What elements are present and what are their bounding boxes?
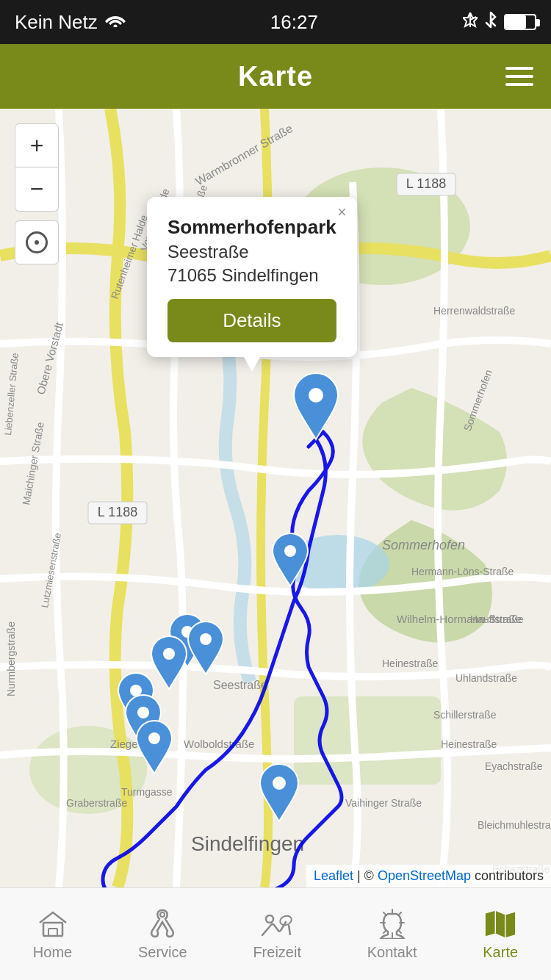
popup-street: Seestraße bbox=[168, 242, 336, 262]
status-left: Kein Netz bbox=[15, 11, 126, 34]
svg-text:Eyachstraße: Eyachstraße bbox=[485, 760, 543, 772]
svg-text:Sommerhofen: Sommerhofen bbox=[382, 538, 465, 552]
svg-point-42 bbox=[163, 648, 175, 660]
menu-button[interactable] bbox=[505, 67, 533, 86]
svg-text:Nurmbergstraße: Nurmbergstraße bbox=[5, 621, 17, 696]
map-container[interactable]: Warmbronner Straße Obere Vorstadt Rutenh… bbox=[0, 109, 551, 887]
svg-text:Herrenwaldstraße: Herrenwaldstraße bbox=[433, 305, 515, 317]
svg-text:Heinestraße: Heinestraße bbox=[441, 738, 497, 750]
tab-freizeit-label: Freizeit bbox=[253, 944, 301, 961]
svg-text:Turmgasse: Turmgasse bbox=[121, 786, 173, 798]
svg-point-0 bbox=[113, 25, 117, 28]
carrier-text: Kein Netz bbox=[15, 11, 98, 34]
svg-text:Hermann-Löns-Straße: Hermann-Löns-Straße bbox=[411, 566, 514, 577]
battery-icon bbox=[504, 14, 536, 30]
svg-point-43 bbox=[200, 633, 212, 645]
popup-title: Sommerhofenpark bbox=[168, 216, 336, 239]
popup-city: 71065 Sindelfingen bbox=[168, 265, 336, 286]
svg-text:Sindelfingen: Sindelfingen bbox=[191, 832, 304, 855]
kontakt-icon bbox=[376, 907, 408, 940]
map-attribution: Leaflet | © OpenStreetMap contributors bbox=[306, 865, 551, 887]
svg-text:Bleichmuhlestraße: Bleichmuhlestraße bbox=[478, 819, 551, 831]
svg-text:Graberstraße: Graberstraße bbox=[66, 797, 127, 809]
popup-close-button[interactable]: × bbox=[337, 204, 347, 220]
zoom-in-button[interactable]: + bbox=[15, 123, 59, 167]
svg-text:Vaihinger Straße: Vaihinger Straße bbox=[345, 797, 422, 809]
map-controls: + − bbox=[15, 123, 59, 264]
svg-point-52 bbox=[279, 915, 293, 927]
locate-button[interactable] bbox=[15, 220, 59, 264]
svg-text:L 1188: L 1188 bbox=[98, 505, 137, 519]
status-time: 16:27 bbox=[270, 11, 318, 34]
status-bar: Kein Netz 16:27 bbox=[0, 0, 551, 44]
bluetooth-icon bbox=[485, 11, 497, 34]
svg-text:Seestraße: Seestraße bbox=[213, 679, 267, 691]
nav-bar: Karte bbox=[0, 44, 551, 109]
svg-line-53 bbox=[289, 925, 290, 935]
tab-freizeit[interactable]: Freizeit bbox=[238, 900, 316, 968]
tab-bar: Home Service Freizeit bbox=[0, 887, 551, 980]
svg-point-51 bbox=[266, 915, 273, 923]
tab-kontakt[interactable]: Kontakt bbox=[353, 900, 432, 968]
service-icon bbox=[146, 907, 179, 940]
osm-link[interactable]: OpenStreetMap bbox=[378, 868, 471, 883]
svg-point-39 bbox=[309, 388, 323, 403]
tab-home-label: Home bbox=[33, 944, 72, 961]
tab-karte-label: Karte bbox=[483, 944, 518, 961]
zoom-out-button[interactable]: − bbox=[15, 167, 59, 212]
leaflet-link[interactable]: Leaflet bbox=[314, 868, 353, 883]
tab-karte[interactable]: Karte bbox=[468, 900, 533, 968]
svg-point-45 bbox=[137, 707, 149, 718]
svg-text:L 1188: L 1188 bbox=[406, 176, 446, 191]
popup-details-button[interactable]: Details bbox=[168, 299, 336, 342]
svg-text:Uhlandstraße: Uhlandstraße bbox=[455, 672, 517, 684]
attribution-separator: | © bbox=[353, 868, 378, 883]
svg-text:Hauffstraße: Hauffstraße bbox=[470, 613, 524, 625]
status-right bbox=[463, 11, 536, 34]
tab-service-label: Service bbox=[138, 944, 187, 961]
tab-service[interactable]: Service bbox=[123, 900, 202, 968]
tab-kontakt-label: Kontakt bbox=[367, 944, 417, 961]
locate-icon bbox=[26, 231, 48, 253]
tab-home[interactable]: Home bbox=[18, 900, 87, 968]
svg-point-46 bbox=[148, 732, 160, 744]
svg-rect-49 bbox=[48, 929, 57, 936]
map-popup: × Sommerhofenpark Seestraße 71065 Sindel… bbox=[147, 197, 357, 357]
svg-point-47 bbox=[273, 777, 286, 790]
home-icon bbox=[37, 907, 69, 940]
svg-text:Wolboldstraße: Wolboldstraße bbox=[184, 738, 254, 750]
location-icon bbox=[463, 11, 478, 34]
wifi-icon bbox=[105, 12, 126, 32]
page-title: Karte bbox=[238, 61, 313, 93]
svg-rect-3 bbox=[294, 696, 441, 785]
svg-point-50 bbox=[160, 912, 165, 917]
svg-text:Heinestraße: Heinestraße bbox=[382, 657, 438, 669]
svg-point-40 bbox=[284, 545, 296, 557]
karte-icon bbox=[484, 907, 516, 940]
freizeit-icon bbox=[261, 907, 293, 940]
svg-text:Schillerstraße: Schillerstraße bbox=[433, 709, 497, 721]
attribution-suffix: contributors bbox=[471, 868, 544, 883]
